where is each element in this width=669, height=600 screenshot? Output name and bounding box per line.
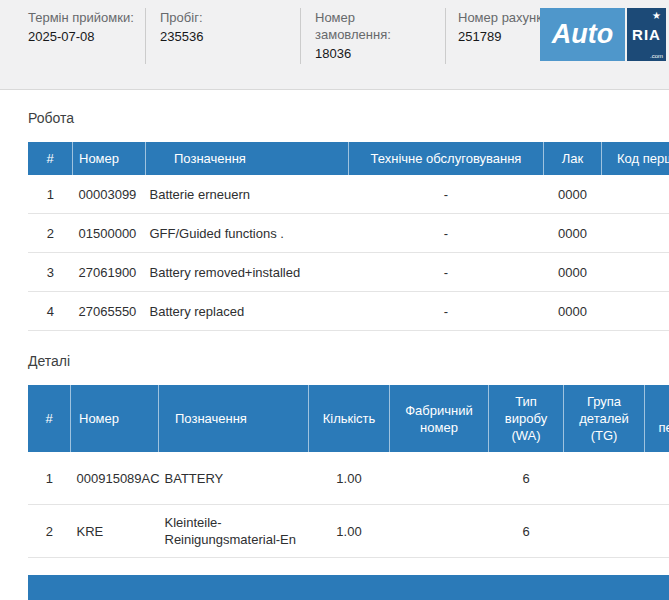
col-header-designation: Позначення (146, 142, 349, 175)
cell-factory-number (390, 452, 489, 505)
cell-index: 1 (28, 452, 71, 505)
cell-number: 000915089AC (71, 452, 159, 505)
cell-designation: Battery removed+installed (146, 253, 349, 292)
work-table: # Номер Позначення Технічне обслуговуван… (28, 142, 669, 331)
cell-root-cause (645, 452, 669, 505)
work-row: 4 27065550 Battery replaced - 0000 (28, 292, 669, 331)
field-label: Термін прийомки: (28, 9, 145, 26)
field-label: Пробіг: (160, 9, 300, 26)
parts-table: # Номер Позначення Кількість Фабричний н… (28, 385, 669, 558)
work-row: 1 00003099 Batterie erneuern - 0000 (28, 175, 669, 214)
cell-root-cause (602, 253, 669, 292)
col-header-parts-group: Група деталей (TG) (564, 385, 645, 452)
cell-quantity: 1.00 (309, 505, 390, 558)
star-icon: ★ (652, 10, 662, 21)
cell-number: 00003099 (73, 175, 146, 214)
section-title-parts: Деталі (28, 353, 669, 369)
cell-root-cause (602, 175, 669, 214)
parts-row: 2 KRE Kleinteile-Reinigungsmaterial-En 1… (28, 505, 669, 558)
cell-index: 4 (28, 292, 73, 331)
cell-lacquer: 0000 (544, 175, 602, 214)
work-table-header-row: # Номер Позначення Технічне обслуговуван… (28, 142, 669, 175)
cell-root-cause (645, 505, 669, 558)
document-header: Термін прийомки: 2025-07-08 Пробіг: 2355… (0, 0, 669, 90)
cell-maintenance: - (349, 253, 544, 292)
cell-root-cause (602, 214, 669, 253)
logo-ria-part: ★ RIA .com (627, 8, 666, 61)
col-header-index: # (28, 142, 73, 175)
service-record-page: Термін прийомки: 2025-07-08 Пробіг: 2355… (0, 0, 669, 600)
field-label: Номер замовлення: (315, 9, 407, 43)
cell-number: 01500000 (73, 214, 146, 253)
field-value: 235536 (160, 29, 300, 45)
cell-maintenance: - (349, 175, 544, 214)
col-header-quantity: Кількість (309, 385, 390, 452)
parts-row: 1 000915089AC BATTERY 1.00 6 (28, 452, 669, 505)
cell-number: KRE (71, 505, 159, 558)
next-table-header-clipped (28, 575, 669, 600)
col-header-lacquer: Лак (544, 142, 602, 175)
cell-designation: BATTERY (159, 452, 309, 505)
cell-root-cause (602, 292, 669, 331)
field-value: 2025-07-08 (28, 29, 145, 45)
parts-table-header-row: # Номер Позначення Кількість Фабричний н… (28, 385, 669, 452)
cell-number: 27065550 (73, 292, 146, 331)
cell-lacquer: 0000 (544, 253, 602, 292)
cell-designation: GFF/Guided functions . (146, 214, 349, 253)
cell-parts-group (564, 505, 645, 558)
col-header-root-cause: Код першопричини (602, 142, 669, 175)
field-value: 251789 (458, 29, 552, 45)
cell-index: 1 (28, 175, 73, 214)
autoria-logo[interactable]: Auto ★ RIA .com (540, 8, 666, 61)
cell-maintenance: - (349, 214, 544, 253)
cell-designation: Batterie erneuern (146, 175, 349, 214)
cell-index: 2 (28, 214, 73, 253)
section-title-work: Робота (28, 110, 669, 126)
logo-ria-text: RIA (632, 26, 661, 43)
col-header-number: Номер (73, 142, 146, 175)
cell-quantity: 1.00 (309, 452, 390, 505)
cell-lacquer: 0000 (544, 214, 602, 253)
col-header-root-cause: Код першопричини (645, 385, 669, 452)
col-header-index: # (28, 385, 71, 452)
cell-product-type: 6 (489, 452, 564, 505)
cell-number: 27061900 (73, 253, 146, 292)
header-field-mileage: Пробіг: 235536 (146, 0, 300, 89)
work-row: 2 01500000 GFF/Guided functions . - 0000 (28, 214, 669, 253)
cell-maintenance: - (349, 292, 544, 331)
col-header-factory-number: Фабричний номер (390, 385, 489, 452)
cell-parts-group (564, 452, 645, 505)
field-value: 18036 (315, 46, 445, 62)
cell-designation: Kleinteile-Reinigungsmaterial-En (159, 505, 309, 558)
col-header-maintenance: Технічне обслуговування (349, 142, 544, 175)
cell-factory-number (390, 505, 489, 558)
logo-com-suffix: .com (650, 53, 663, 59)
header-field-acceptance-date: Термін прийомки: 2025-07-08 (28, 0, 145, 89)
cell-index: 3 (28, 253, 73, 292)
cell-lacquer: 0000 (544, 292, 602, 331)
cell-designation: Battery replaced (146, 292, 349, 331)
col-header-number: Номер (71, 385, 159, 452)
cell-product-type: 6 (489, 505, 564, 558)
col-header-product-type: Тип виробу (WA) (489, 385, 564, 452)
header-field-order-number: Номер замовлення: 18036 (301, 0, 445, 89)
header-field-invoice-number: Номер рахунку: 251789 (446, 0, 552, 89)
col-header-designation: Позначення (159, 385, 309, 452)
cell-index: 2 (28, 505, 71, 558)
work-row: 3 27061900 Battery removed+installed - 0… (28, 253, 669, 292)
field-label: Номер рахунку: (458, 9, 552, 26)
logo-auto-part: Auto (540, 8, 625, 61)
